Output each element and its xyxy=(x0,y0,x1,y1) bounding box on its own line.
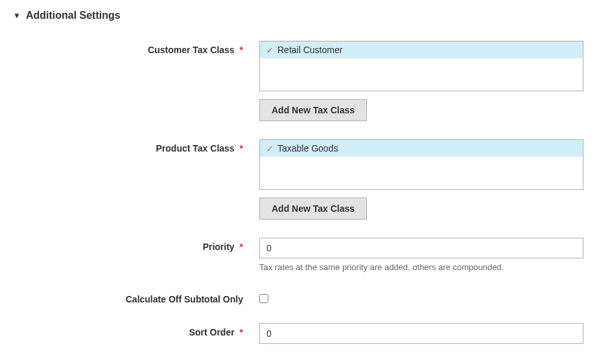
priority-help-text: Tax rates at the same priority are added… xyxy=(259,262,583,272)
label-text: Calculate Off Subtotal Only xyxy=(126,294,243,304)
sort-order-input[interactable] xyxy=(259,323,583,344)
priority-label: Priority * xyxy=(13,238,259,252)
required-mark-icon: * xyxy=(240,327,243,337)
product-tax-class-select[interactable]: ✓ Taxable Goods xyxy=(259,139,583,190)
calculate-off-subtotal-checkbox[interactable] xyxy=(259,294,268,303)
sort-order-label: Sort Order * xyxy=(13,323,259,337)
product-tax-class-row: Product Tax Class * ✓ Taxable Goods Add … xyxy=(13,139,599,220)
customer-tax-class-field: ✓ Retail Customer Add New Tax Class xyxy=(259,41,583,121)
sort-order-row: Sort Order * xyxy=(13,323,599,344)
product-tax-class-option[interactable]: ✓ Taxable Goods xyxy=(260,140,583,157)
collapse-arrow-icon: ▼ xyxy=(13,11,21,20)
checkmark-icon: ✓ xyxy=(266,45,274,55)
priority-input[interactable] xyxy=(259,238,583,258)
label-text: Customer Tax Class xyxy=(148,45,235,55)
required-mark-icon: * xyxy=(240,143,243,154)
priority-row: Priority * Tax rates at the same priorit… xyxy=(13,238,599,272)
label-text: Priority xyxy=(203,242,235,252)
sort-order-field xyxy=(259,323,583,344)
customer-tax-class-label: Customer Tax Class * xyxy=(13,41,259,55)
customer-tax-class-option[interactable]: ✓ Retail Customer xyxy=(260,41,583,58)
calculate-off-subtotal-label: Calculate Off Subtotal Only xyxy=(13,290,259,304)
required-mark-icon: * xyxy=(240,45,243,55)
priority-field: Tax rates at the same priority are added… xyxy=(259,238,583,272)
calculate-off-subtotal-row: Calculate Off Subtotal Only xyxy=(13,290,599,305)
product-tax-class-field: ✓ Taxable Goods Add New Tax Class xyxy=(259,139,583,220)
customer-tax-class-row: Customer Tax Class * ✓ Retail Customer A… xyxy=(13,41,599,121)
section-title: Additional Settings xyxy=(26,10,121,21)
product-tax-class-label: Product Tax Class * xyxy=(13,139,259,154)
add-customer-tax-class-button[interactable]: Add New Tax Class xyxy=(259,99,367,121)
add-product-tax-class-button[interactable]: Add New Tax Class xyxy=(259,198,367,220)
label-text: Product Tax Class xyxy=(156,143,235,154)
label-text: Sort Order xyxy=(189,327,235,337)
checkmark-icon: ✓ xyxy=(266,144,274,154)
section-header[interactable]: ▼ Additional Settings xyxy=(13,10,599,21)
calculate-off-subtotal-field xyxy=(259,290,583,305)
option-label: Taxable Goods xyxy=(277,143,338,154)
required-mark-icon: * xyxy=(240,242,243,252)
customer-tax-class-select[interactable]: ✓ Retail Customer xyxy=(259,41,583,91)
option-label: Retail Customer xyxy=(277,45,342,55)
